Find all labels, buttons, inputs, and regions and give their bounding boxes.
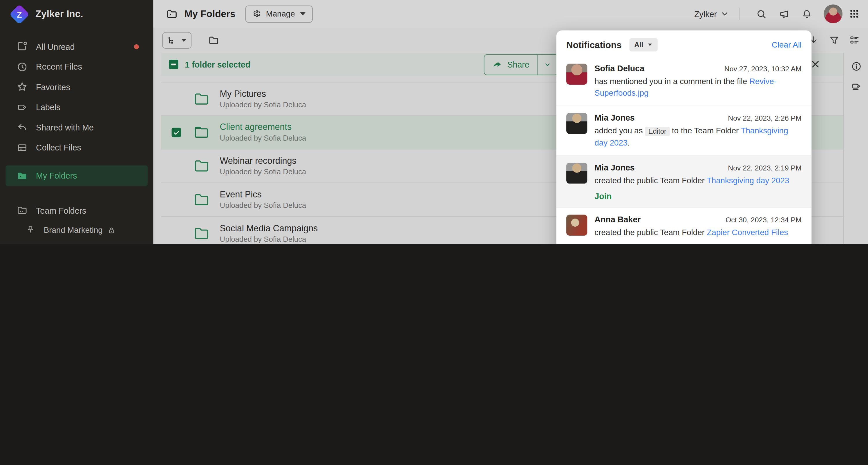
tag-icon[interactable] bbox=[851, 81, 862, 92]
label-icon bbox=[17, 102, 28, 113]
sidebar-item-collect-files[interactable]: Collect Files bbox=[0, 137, 153, 158]
lock-icon bbox=[107, 226, 116, 235]
sidebar-item-all-unread[interactable]: All Unread bbox=[0, 36, 153, 57]
view-select-button[interactable] bbox=[162, 32, 191, 49]
collect-icon bbox=[17, 142, 28, 153]
share-split-button: Share bbox=[484, 54, 558, 75]
notification-user: Anna Baker bbox=[594, 214, 641, 224]
page-title: My Folders bbox=[184, 8, 235, 20]
folder-name: Social Media Campaigns bbox=[220, 224, 318, 233]
folder-icon bbox=[193, 91, 210, 107]
sidebar-item-labels[interactable]: Labels bbox=[0, 97, 153, 118]
sidebar-item-label: Favorites bbox=[36, 82, 70, 92]
notification-item[interactable]: Mia Jones Nov 22, 2023, 2:26 PM added yo… bbox=[556, 106, 812, 156]
folder-icon bbox=[17, 170, 28, 181]
sidebar-item-team-folders[interactable]: Team Folders bbox=[0, 200, 153, 220]
folder-meta: Uploaded by Sofia Deluca bbox=[220, 100, 306, 109]
folder-meta: Uploaded by Sofia Deluca bbox=[220, 201, 306, 210]
join-button[interactable]: Join bbox=[594, 243, 802, 244]
sidebar-item-favorites[interactable]: Favorites bbox=[0, 77, 153, 97]
share-label: Share bbox=[507, 60, 529, 69]
clear-all-link[interactable]: Clear All bbox=[772, 40, 802, 49]
notification-body: has mentioned you in a comment in the fi… bbox=[594, 76, 802, 99]
notification-item[interactable]: Mia Jones Nov 22, 2023, 2:19 PM created … bbox=[556, 156, 812, 208]
folder-meta: Uploaded by Sofia Deluca bbox=[220, 134, 306, 142]
folder-icon bbox=[193, 124, 210, 140]
info-icon[interactable] bbox=[851, 61, 862, 72]
avatar bbox=[566, 214, 587, 236]
notifications-title: Notifications bbox=[566, 39, 622, 50]
join-button[interactable]: Join bbox=[594, 191, 802, 201]
right-rail: Zia bbox=[843, 53, 868, 244]
zylker-logo-icon[interactable]: Z bbox=[10, 5, 29, 24]
notification-user: Sofia Deluca bbox=[594, 64, 644, 73]
share-more-button[interactable] bbox=[537, 55, 558, 74]
org-switcher[interactable]: Zylker bbox=[694, 9, 728, 18]
filter-label: All bbox=[634, 41, 644, 49]
folder-meta: Uploaded by Sofia Deluca bbox=[220, 235, 318, 243]
pin-icon bbox=[26, 225, 35, 235]
selection-status: 1 folder selected bbox=[185, 60, 250, 69]
caret-down-icon bbox=[181, 39, 186, 42]
manage-label: Manage bbox=[266, 9, 295, 18]
notifications-filter-dropdown[interactable]: All bbox=[629, 38, 657, 52]
breadcrumb-folder-icon[interactable] bbox=[208, 35, 219, 46]
row-checkbox-checked[interactable] bbox=[172, 128, 181, 137]
apps-grid-icon[interactable] bbox=[849, 9, 859, 19]
manage-button[interactable]: Manage bbox=[245, 5, 313, 22]
search-icon[interactable] bbox=[756, 9, 767, 19]
topbar-right: Zylker bbox=[694, 4, 860, 23]
notifications-panel: Notifications All Clear All Sofia Deluca… bbox=[556, 30, 812, 244]
announcements-icon[interactable] bbox=[779, 9, 789, 19]
avatar bbox=[566, 113, 587, 134]
avatar bbox=[566, 64, 587, 85]
notifications-header: Notifications All Clear All bbox=[556, 30, 812, 57]
team-folders-icon bbox=[17, 205, 28, 216]
sidebar-section-label: Team Folders bbox=[36, 205, 86, 215]
sidebar-item-my-folders[interactable]: My Folders bbox=[5, 166, 148, 186]
notification-item[interactable]: Sofia Deluca Nov 27, 2023, 10:32 AM has … bbox=[556, 57, 812, 106]
gear-icon bbox=[253, 9, 262, 18]
body-text: created the public Team Folder bbox=[594, 176, 707, 185]
list-settings-icon[interactable] bbox=[849, 35, 860, 46]
user-avatar[interactable] bbox=[824, 4, 842, 23]
avatar bbox=[566, 163, 587, 184]
sidebar-item-label: Shared with Me bbox=[36, 123, 94, 132]
folder-icon bbox=[193, 191, 210, 208]
notification-item[interactable]: Anna Baker Oct 30, 2023, 12:34 PM create… bbox=[556, 208, 812, 244]
sidebar-item-label: Brand Marketing bbox=[44, 226, 103, 235]
caret-down-icon bbox=[300, 12, 306, 15]
chevron-down-icon bbox=[544, 61, 551, 68]
folder-name: Client agreements bbox=[220, 122, 306, 132]
share-button[interactable]: Share bbox=[485, 55, 537, 74]
body-text: created the public Team Folder bbox=[594, 228, 707, 237]
notification-link[interactable]: Zapier Converted Files bbox=[707, 228, 788, 237]
app-window: Z Zylker Inc. All Unread Recent Files Fa… bbox=[0, 0, 868, 244]
unread-dot bbox=[134, 44, 139, 49]
body-text: has mentioned you in a comment in the fi… bbox=[594, 77, 749, 86]
sidebar-item-shared-with-me[interactable]: Shared with Me bbox=[0, 118, 153, 138]
sidebar-nav: All Unread Recent Files Favorites Labels… bbox=[0, 36, 153, 158]
notifications-bell-icon[interactable] bbox=[802, 9, 812, 19]
notification-time: Nov 22, 2023, 2:26 PM bbox=[728, 114, 802, 122]
notification-user: Mia Jones bbox=[594, 163, 634, 172]
sidebar-item-brand-marketing[interactable]: Brand Marketing bbox=[0, 220, 153, 240]
sidebar-header: Z Zylker Inc. bbox=[0, 0, 153, 29]
tree-view-icon bbox=[167, 36, 176, 45]
filter-icon[interactable] bbox=[829, 35, 840, 46]
company-name: Zylker Inc. bbox=[35, 9, 83, 20]
notification-body: created the public Team Folder Zapier Co… bbox=[594, 227, 802, 238]
sidebar-item-label: My Folders bbox=[36, 171, 77, 180]
notification-link[interactable]: Thanksgiving day 2023 bbox=[707, 176, 789, 185]
body-text: to the Team Folder bbox=[670, 126, 741, 135]
select-all-checkbox[interactable] bbox=[169, 60, 178, 69]
notification-time: Oct 30, 2023, 12:34 PM bbox=[725, 216, 802, 224]
sidebar-item-company-policies[interactable]: Company policies bbox=[0, 240, 153, 244]
folder-name: My Pictures bbox=[220, 89, 306, 99]
sidebar-item-recent-files[interactable]: Recent Files bbox=[0, 57, 153, 77]
clock-icon bbox=[17, 61, 28, 72]
org-label: Zylker bbox=[694, 9, 717, 18]
share-icon bbox=[492, 59, 502, 69]
page-folder-icon bbox=[166, 8, 178, 20]
shared-icon bbox=[17, 122, 28, 133]
